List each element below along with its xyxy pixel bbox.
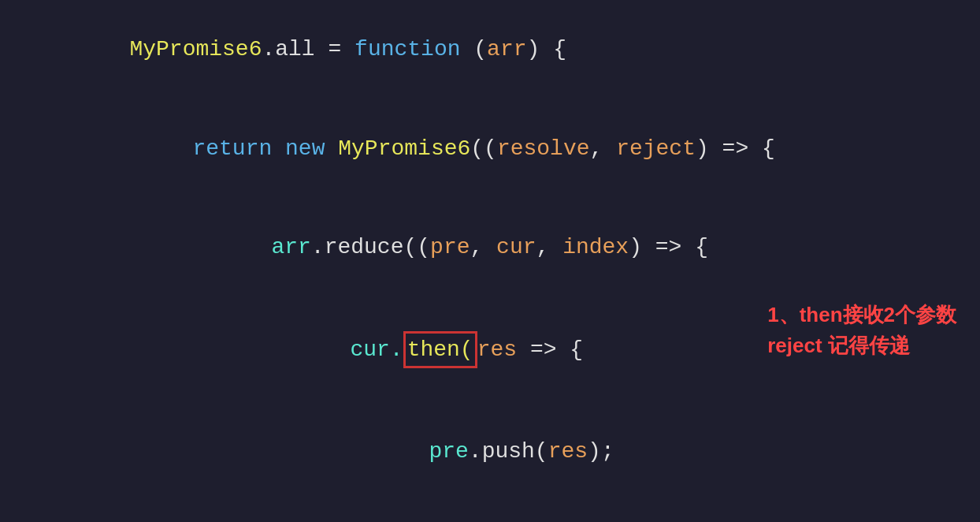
- token-then-boxed: then(: [403, 331, 477, 368]
- token: reject: [616, 136, 696, 161]
- token: MyPromise6: [338, 136, 470, 161]
- annotation-1-line1: 1、then接收2个参数: [767, 301, 956, 329]
- line-text-6: if (index === arr.length - 1) {: [0, 505, 839, 522]
- token: ) => {: [696, 136, 775, 161]
- token: index: [562, 235, 629, 259]
- token: ) => {: [629, 235, 708, 259]
- token: return: [192, 136, 285, 161]
- code-line-2: return new MyPromise6((resolve, reject) …: [0, 99, 980, 199]
- token: new: [285, 136, 338, 161]
- token: );: [588, 439, 614, 464]
- line-text-1: MyPromise6.all = function (arr) {: [0, 3, 566, 96]
- code-line-3: arr.reduce((pre, cur, index) => {: [0, 198, 980, 297]
- token: .push(: [469, 439, 548, 464]
- token: ) {: [527, 37, 566, 62]
- line-text-2: return new MyPromise6((resolve, reject) …: [0, 103, 775, 196]
- code-editor: MyPromise6.all = function (arr) { return…: [0, 0, 980, 522]
- token: res: [477, 337, 517, 362]
- token: MyPromise6: [129, 37, 262, 62]
- token: ,: [470, 235, 497, 259]
- token: ,: [536, 235, 563, 259]
- token: ((: [470, 136, 497, 161]
- code-line-1: MyPromise6.all = function (arr) {: [0, 0, 980, 99]
- token: arr: [271, 235, 310, 259]
- token: => {: [517, 337, 583, 362]
- token: (: [461, 37, 488, 62]
- line-text-5: pre.push(res);: [0, 405, 614, 498]
- annotation-1-line2: reject 记得传递: [767, 332, 956, 360]
- token: function: [355, 37, 460, 62]
- line-text-3: arr.reduce((pre, cur, index) => {: [0, 201, 708, 294]
- token: arr: [487, 37, 526, 62]
- annotation-1: 1、then接收2个参数 reject 记得传递: [767, 301, 956, 360]
- line-text-4: cur.then(res => {: [0, 300, 583, 400]
- token: .all =: [262, 37, 355, 62]
- token: ,: [590, 136, 617, 161]
- code-line-5: pre.push(res);: [0, 402, 980, 501]
- code-line-4: cur.then(res => { 1、then接收2个参数 reject 记得…: [0, 297, 980, 403]
- token: res: [548, 439, 588, 464]
- code-content: MyPromise6.all = function (arr) { return…: [0, 0, 980, 522]
- token: pre: [429, 439, 468, 464]
- token: pre: [430, 235, 470, 259]
- token: cur: [496, 235, 536, 259]
- token: resolve: [497, 136, 590, 161]
- token: .reduce((: [311, 235, 430, 259]
- token: cur.: [350, 337, 403, 362]
- code-line-6: if (index === arr.length - 1) {: [0, 501, 980, 522]
